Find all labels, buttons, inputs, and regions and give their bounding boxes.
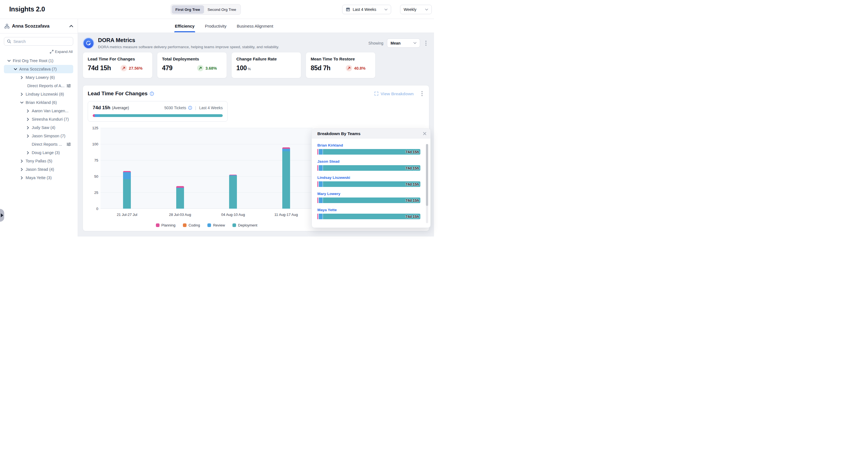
tree-item-sireesha-kunduri[interactable]: Sireesha Kunduri (7) — [4, 115, 73, 123]
info-icon[interactable] — [188, 106, 192, 110]
content: DORA Metrics DORA metrics measure softwa… — [78, 33, 434, 237]
team-link[interactable]: Maya Yette — [317, 208, 421, 212]
tree-item-maya-yette[interactable]: Maya Yette (3) — [4, 174, 73, 182]
date-range-select[interactable]: Last 4 Weeks — [342, 5, 391, 14]
chevron-right-icon[interactable] — [20, 176, 24, 180]
x-axis-label: 04 Aug-10 Aug — [207, 212, 260, 217]
summary-qualifier: (Average) — [112, 106, 129, 110]
tree-item-direct-reports-of-anna[interactable]: Direct Reports of A... — [4, 82, 73, 90]
main-area: Efficiency Productivity Business Alignme… — [78, 19, 434, 237]
tree-item-jason-simpson[interactable]: Jason Simpson (7) — [4, 132, 73, 140]
tab-efficiency[interactable]: Efficiency — [174, 20, 195, 32]
team-link[interactable]: Brian Kirkland — [317, 143, 421, 147]
chevron-down-icon[interactable] — [7, 59, 11, 63]
team-bar: 74d 15h — [317, 198, 421, 203]
tab-productivity[interactable]: Productivity — [204, 20, 227, 32]
team-row-brian-kirkland: Brian Kirkland 74d 15h — [312, 139, 430, 155]
tree-item-first-org-tree-root[interactable]: First Org Tree Root (1) — [4, 57, 73, 65]
trend-badge: 27.56% — [121, 65, 143, 71]
panel-scrollbar-thumb[interactable] — [426, 144, 428, 206]
chevron-up-icon[interactable] — [69, 25, 73, 27]
metric-value: 479 — [162, 64, 172, 72]
chevron-right-icon[interactable] — [26, 125, 30, 130]
metric-card-change-failure-rate: Change Failure Rate 100% — [231, 52, 301, 78]
chevron-down-icon[interactable] — [20, 100, 24, 105]
tree-item-anna-scozzafava[interactable]: Anna Scozzafava (7) — [4, 65, 73, 73]
view-breakdown-button[interactable]: View Breakdown — [374, 91, 414, 96]
tab-business-alignment[interactable]: Business Alignment — [236, 20, 274, 32]
trend-up-icon — [197, 65, 204, 71]
legend-item-deployment[interactable]: Deployment — [232, 223, 257, 227]
info-icon[interactable] — [150, 92, 154, 96]
calendar-icon — [346, 7, 350, 12]
aggregation-select[interactable]: Mean — [387, 38, 420, 48]
sidebar-header[interactable]: Anna Scozzafava — [0, 19, 78, 33]
org-tree-icon — [4, 24, 9, 29]
chevron-right-icon[interactable] — [26, 117, 30, 121]
tree-item-tony-pallas[interactable]: Tony Pallas (5) — [4, 157, 73, 165]
metric-card-total-deployments: Total Deployments 479 3.68% — [157, 52, 227, 78]
chevron-right-icon[interactable] — [20, 92, 24, 96]
summary-value: 74d 15h — [93, 105, 110, 111]
chevron-right-icon[interactable] — [26, 109, 30, 113]
team-link[interactable]: Jason Stead — [317, 159, 421, 164]
filter-sliders-icon[interactable] — [66, 84, 71, 88]
lead-time-kebab-menu[interactable] — [420, 90, 424, 97]
expand-all-button[interactable]: Expand All — [0, 50, 73, 54]
panel-scrollbar-track[interactable] — [426, 144, 428, 223]
bar-segment-deployment — [229, 176, 237, 209]
panel-title: Breakdown By Teams — [317, 131, 423, 136]
dora-description: DORA metrics measure software delivery p… — [98, 45, 368, 49]
tree-item-lindsay-liszewski[interactable]: Lindsay Liszewski (8) — [4, 90, 73, 98]
summary-segment-planning — [93, 114, 95, 117]
chevron-right-icon[interactable] — [20, 167, 24, 172]
granularity-select[interactable]: Weekly — [400, 5, 432, 14]
showing-label: Showing — [368, 41, 383, 46]
legend-item-coding[interactable]: Coding — [183, 223, 200, 227]
team-link[interactable]: Mary Lowery — [317, 191, 421, 196]
tree-item-jason-stead[interactable]: Jason Stead (4) — [4, 165, 73, 174]
chevron-right-icon[interactable] — [26, 134, 30, 138]
lead-time-summary: 74d 15h (Average) 5030 Tickets | Last 4 … — [88, 101, 228, 122]
coding-swatch — [183, 224, 187, 227]
dora-title: DORA Metrics — [98, 37, 368, 43]
deployment-swatch — [232, 224, 236, 227]
chevron-down-icon[interactable] — [13, 67, 18, 71]
filter-sliders-icon[interactable] — [66, 142, 71, 146]
plot-area: 125 100 75 50 25 0 — [100, 128, 313, 209]
legend-item-planning[interactable]: Planning — [156, 223, 176, 227]
dora-kebab-menu[interactable] — [424, 39, 428, 47]
tab-bar: Efficiency Productivity Business Alignme… — [78, 19, 434, 33]
expand-all-icon — [50, 50, 54, 54]
summary-meta: 5030 Tickets | Last 4 Weeks — [164, 106, 223, 110]
bar-segment-deployment — [123, 179, 131, 209]
chevron-right-icon[interactable] — [20, 75, 24, 80]
team-row-jason-stead: Jason Stead 74d 15h — [312, 155, 430, 171]
tree-item-doug-lange[interactable]: Doug Lange (3) — [4, 148, 73, 157]
chevron-right-icon[interactable] — [26, 150, 30, 155]
metric-card-lead-time: Lead Time For Changes 74d 15h 27.56% — [83, 52, 153, 78]
summary-stacked-bar — [93, 114, 223, 117]
team-link[interactable]: Lindsay Liszewski — [317, 176, 421, 180]
chevron-down-icon — [413, 42, 416, 44]
chevron-right-icon[interactable] — [20, 159, 24, 163]
team-bar: 74d 15h — [317, 165, 421, 171]
toggle-second-org-tree[interactable]: Second Org Tree — [204, 5, 240, 13]
tree-item-direct-reports[interactable]: Direct Reports ... — [4, 140, 73, 148]
tree-item-aaron-van-langen[interactable]: Aaron Van Langen... — [4, 107, 73, 115]
tree-item-judy-saw[interactable]: Judy Saw (4) — [4, 123, 73, 132]
sidebar: Anna Scozzafava Expand All First Org Tre… — [0, 19, 78, 237]
tree-item-brian-kirkland[interactable]: Brian Kirkland (6) — [4, 98, 73, 107]
x-axis-label: 28 Jul-03 Aug — [154, 212, 207, 217]
close-icon[interactable] — [423, 132, 427, 136]
date-range-value: Last 4 Weeks — [353, 7, 376, 12]
bar-segment-deployment — [282, 151, 290, 209]
bar-28 Jul-03 Aug — [176, 186, 184, 209]
org-tree: First Org Tree Root (1) Anna Scozzafava … — [0, 57, 78, 182]
tree-item-mary-lowery[interactable]: Mary Lowery (6) — [4, 73, 73, 82]
toggle-first-org-tree[interactable]: First Org Tree — [172, 5, 204, 13]
search-input[interactable] — [13, 39, 70, 44]
sidebar-search — [4, 37, 73, 46]
legend-item-review[interactable]: Review — [207, 223, 225, 227]
bar-segment-review — [123, 172, 131, 179]
